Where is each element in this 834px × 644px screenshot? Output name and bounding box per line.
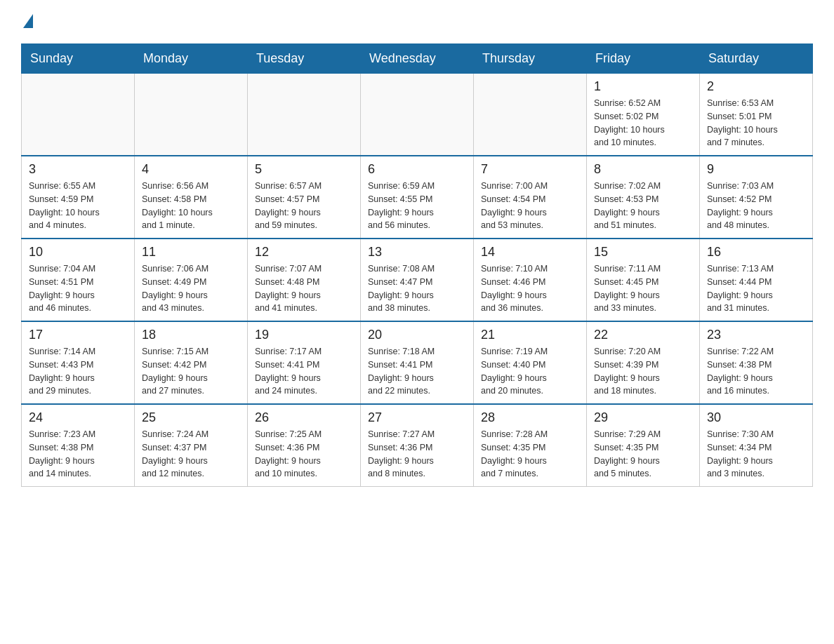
day-number: 28 [481,410,579,425]
day-info: Sunrise: 7:20 AM Sunset: 4:39 PM Dayligh… [594,345,692,398]
day-info: Sunrise: 7:27 AM Sunset: 4:36 PM Dayligh… [368,428,466,481]
calendar-header-friday: Friday [587,44,700,74]
day-number: 12 [255,245,353,260]
calendar-cell: 23Sunrise: 7:22 AM Sunset: 4:38 PM Dayli… [700,321,813,404]
calendar-cell: 2Sunrise: 6:53 AM Sunset: 5:01 PM Daylig… [700,74,813,156]
day-info: Sunrise: 6:52 AM Sunset: 5:02 PM Dayligh… [594,97,692,149]
calendar-week-row: 24Sunrise: 7:23 AM Sunset: 4:38 PM Dayli… [22,404,813,487]
day-info: Sunrise: 7:25 AM Sunset: 4:36 PM Dayligh… [255,428,353,481]
day-info: Sunrise: 7:13 AM Sunset: 4:44 PM Dayligh… [707,262,805,315]
day-number: 21 [481,328,579,342]
calendar-header-tuesday: Tuesday [248,44,361,74]
calendar-cell: 18Sunrise: 7:15 AM Sunset: 4:42 PM Dayli… [135,321,248,404]
calendar-cell: 1Sunrise: 6:52 AM Sunset: 5:02 PM Daylig… [587,74,700,156]
day-info: Sunrise: 7:22 AM Sunset: 4:38 PM Dayligh… [707,345,805,398]
calendar-week-row: 17Sunrise: 7:14 AM Sunset: 4:43 PM Dayli… [22,321,813,404]
day-number: 11 [142,245,240,260]
day-number: 6 [368,162,466,177]
day-number: 16 [707,245,805,260]
day-info: Sunrise: 6:53 AM Sunset: 5:01 PM Dayligh… [707,97,805,149]
calendar-cell: 21Sunrise: 7:19 AM Sunset: 4:40 PM Dayli… [474,321,587,404]
day-info: Sunrise: 7:19 AM Sunset: 4:40 PM Dayligh… [481,345,579,398]
calendar-cell: 26Sunrise: 7:25 AM Sunset: 4:36 PM Dayli… [248,404,361,487]
calendar-cell: 16Sunrise: 7:13 AM Sunset: 4:44 PM Dayli… [700,239,813,321]
day-info: Sunrise: 7:08 AM Sunset: 4:47 PM Dayligh… [368,262,466,315]
day-info: Sunrise: 7:24 AM Sunset: 4:37 PM Dayligh… [142,428,240,481]
day-info: Sunrise: 7:17 AM Sunset: 4:41 PM Dayligh… [255,345,353,398]
calendar-cell: 7Sunrise: 7:00 AM Sunset: 4:54 PM Daylig… [474,156,587,239]
calendar-cell: 12Sunrise: 7:07 AM Sunset: 4:48 PM Dayli… [248,239,361,321]
day-number: 9 [707,162,805,177]
logo [21,14,35,29]
day-number: 29 [594,410,692,425]
calendar-cell: 19Sunrise: 7:17 AM Sunset: 4:41 PM Dayli… [248,321,361,404]
day-info: Sunrise: 7:00 AM Sunset: 4:54 PM Dayligh… [481,180,579,232]
calendar-header-monday: Monday [135,44,248,74]
calendar-cell: 9Sunrise: 7:03 AM Sunset: 4:52 PM Daylig… [700,156,813,239]
calendar-cell: 17Sunrise: 7:14 AM Sunset: 4:43 PM Dayli… [22,321,135,404]
calendar-cell: 15Sunrise: 7:11 AM Sunset: 4:45 PM Dayli… [587,239,700,321]
day-number: 25 [142,410,240,425]
calendar-cell: 10Sunrise: 7:04 AM Sunset: 4:51 PM Dayli… [22,239,135,321]
day-number: 24 [29,410,127,425]
day-info: Sunrise: 7:14 AM Sunset: 4:43 PM Dayligh… [29,345,127,398]
calendar-cell: 14Sunrise: 7:10 AM Sunset: 4:46 PM Dayli… [474,239,587,321]
day-number: 26 [255,410,353,425]
calendar-cell: 30Sunrise: 7:30 AM Sunset: 4:34 PM Dayli… [700,404,813,487]
day-info: Sunrise: 7:03 AM Sunset: 4:52 PM Dayligh… [707,180,805,232]
calendar-cell: 24Sunrise: 7:23 AM Sunset: 4:38 PM Dayli… [22,404,135,487]
day-number: 20 [368,328,466,342]
day-info: Sunrise: 7:02 AM Sunset: 4:53 PM Dayligh… [594,180,692,232]
day-number: 5 [255,162,353,177]
calendar-header-wednesday: Wednesday [361,44,474,74]
calendar-cell [22,74,135,156]
day-number: 18 [142,328,240,342]
day-info: Sunrise: 7:11 AM Sunset: 4:45 PM Dayligh… [594,262,692,315]
calendar-cell: 4Sunrise: 6:56 AM Sunset: 4:58 PM Daylig… [135,156,248,239]
day-info: Sunrise: 7:29 AM Sunset: 4:35 PM Dayligh… [594,428,692,481]
day-number: 14 [481,245,579,260]
calendar-cell [135,74,248,156]
day-number: 2 [707,79,805,94]
day-number: 15 [594,245,692,260]
day-number: 13 [368,245,466,260]
day-info: Sunrise: 6:55 AM Sunset: 4:59 PM Dayligh… [29,180,127,232]
day-info: Sunrise: 7:28 AM Sunset: 4:35 PM Dayligh… [481,428,579,481]
calendar-cell: 29Sunrise: 7:29 AM Sunset: 4:35 PM Dayli… [587,404,700,487]
day-number: 22 [594,328,692,342]
calendar-cell: 28Sunrise: 7:28 AM Sunset: 4:35 PM Dayli… [474,404,587,487]
day-info: Sunrise: 6:59 AM Sunset: 4:55 PM Dayligh… [368,180,466,232]
day-info: Sunrise: 7:10 AM Sunset: 4:46 PM Dayligh… [481,262,579,315]
calendar-cell: 20Sunrise: 7:18 AM Sunset: 4:41 PM Dayli… [361,321,474,404]
day-info: Sunrise: 7:30 AM Sunset: 4:34 PM Dayligh… [707,428,805,481]
calendar-week-row: 3Sunrise: 6:55 AM Sunset: 4:59 PM Daylig… [22,156,813,239]
day-number: 10 [29,245,127,260]
calendar-cell: 3Sunrise: 6:55 AM Sunset: 4:59 PM Daylig… [22,156,135,239]
day-info: Sunrise: 7:18 AM Sunset: 4:41 PM Dayligh… [368,345,466,398]
day-info: Sunrise: 7:15 AM Sunset: 4:42 PM Dayligh… [142,345,240,398]
day-number: 23 [707,328,805,342]
calendar-cell: 27Sunrise: 7:27 AM Sunset: 4:36 PM Dayli… [361,404,474,487]
calendar-week-row: 1Sunrise: 6:52 AM Sunset: 5:02 PM Daylig… [22,74,813,156]
page-header [21,14,813,29]
calendar-week-row: 10Sunrise: 7:04 AM Sunset: 4:51 PM Dayli… [22,239,813,321]
calendar-header-thursday: Thursday [474,44,587,74]
calendar-cell [474,74,587,156]
calendar-cell: 5Sunrise: 6:57 AM Sunset: 4:57 PM Daylig… [248,156,361,239]
day-info: Sunrise: 7:04 AM Sunset: 4:51 PM Dayligh… [29,262,127,315]
calendar-cell: 25Sunrise: 7:24 AM Sunset: 4:37 PM Dayli… [135,404,248,487]
calendar-cell [248,74,361,156]
calendar-cell: 11Sunrise: 7:06 AM Sunset: 4:49 PM Dayli… [135,239,248,321]
day-info: Sunrise: 7:23 AM Sunset: 4:38 PM Dayligh… [29,428,127,481]
calendar-table: SundayMondayTuesdayWednesdayThursdayFrid… [21,43,813,487]
calendar-cell: 8Sunrise: 7:02 AM Sunset: 4:53 PM Daylig… [587,156,700,239]
day-info: Sunrise: 7:07 AM Sunset: 4:48 PM Dayligh… [255,262,353,315]
day-number: 17 [29,328,127,342]
calendar-cell: 6Sunrise: 6:59 AM Sunset: 4:55 PM Daylig… [361,156,474,239]
calendar-header-row: SundayMondayTuesdayWednesdayThursdayFrid… [22,44,813,74]
day-info: Sunrise: 6:56 AM Sunset: 4:58 PM Dayligh… [142,180,240,232]
day-number: 7 [481,162,579,177]
day-info: Sunrise: 7:06 AM Sunset: 4:49 PM Dayligh… [142,262,240,315]
calendar-cell: 22Sunrise: 7:20 AM Sunset: 4:39 PM Dayli… [587,321,700,404]
day-number: 4 [142,162,240,177]
